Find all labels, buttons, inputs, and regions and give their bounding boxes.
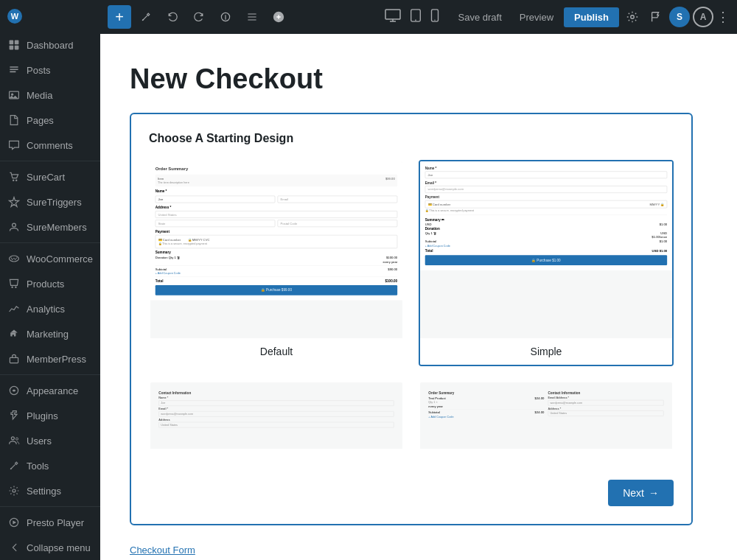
list-view-button[interactable] (240, 5, 264, 29)
design-card-label-default: Default (150, 338, 402, 365)
design-card-preview-four: Order Summary Test Product$24.00 Qty 1 ×… (420, 382, 672, 449)
tools-button[interactable] (134, 5, 158, 29)
svg-point-6 (13, 180, 14, 181)
sidebar-item-marketing[interactable]: Marketing (0, 321, 100, 346)
settings-gear-button[interactable] (622, 7, 643, 27)
topbar: + Save draft Preview Publish S A ⋮ (100, 0, 737, 34)
sidebar-item-settings[interactable]: Settings (0, 478, 100, 503)
next-button[interactable]: Next → (608, 480, 674, 506)
design-selector-panel: Choose A Starting Design Order Summary I… (130, 113, 693, 525)
device-preview-icons (382, 6, 442, 29)
sidebar-item-memberpress[interactable]: MemberPress (0, 346, 100, 371)
sidebar-item-plugins[interactable]: Plugins (0, 403, 100, 428)
sidebar-item-analytics[interactable]: Analytics (0, 296, 100, 321)
svg-rect-0 (10, 41, 14, 45)
sidebar-item-label: SureTriggers (27, 197, 82, 208)
marketing-icon (7, 327, 21, 340)
sidebar-item-presto-player[interactable]: Presto Player (0, 510, 100, 535)
undo-button[interactable] (161, 5, 184, 29)
sidebar-item-label: Analytics (27, 304, 65, 315)
sidebar-item-pages[interactable]: Pages (0, 108, 100, 133)
add-block-button[interactable]: + (108, 5, 131, 29)
sidebar-item-label: Plugins (27, 410, 58, 421)
sidebar-item-suretriggers[interactable]: SureTriggers (0, 189, 100, 214)
sidebar-item-label: Tools (27, 461, 49, 472)
sidebar-item-label: Collapse menu (27, 542, 91, 553)
sidebar-item-label: Users (27, 435, 52, 447)
design-card-label-simple: Simple (420, 338, 672, 365)
svg-point-25 (434, 19, 435, 20)
pages-icon (7, 113, 21, 127)
sidebar-item-surecart[interactable]: SureCart (0, 164, 100, 189)
redo-button[interactable] (187, 5, 211, 29)
mobile-icon[interactable] (427, 6, 442, 29)
svg-point-5 (11, 94, 13, 96)
sidebar-item-tools[interactable]: Tools (0, 453, 100, 478)
svg-point-7 (15, 180, 17, 181)
design-selector-footer: Next → (149, 480, 674, 506)
sidebar-item-label: SureCart (27, 172, 65, 183)
sidebar-item-label: Appearance (27, 385, 78, 396)
design-card-preview-three: Contact Information Name * Joe Email * w… (150, 382, 402, 449)
products-icon (7, 277, 21, 290)
svg-point-10 (11, 287, 13, 288)
sidebar-item-users[interactable]: Users (0, 428, 100, 453)
save-draft-button[interactable]: Save draft (451, 7, 509, 27)
settings-icon (7, 484, 21, 497)
sidebar-item-posts[interactable]: Posts (0, 57, 100, 83)
divider2 (0, 242, 100, 243)
suremembers-icon (7, 220, 21, 234)
users-icon (7, 434, 21, 447)
sidebar-item-label: SureMembers (27, 222, 87, 233)
memberpress-icon (7, 352, 21, 365)
svg-rect-2 (10, 46, 14, 50)
tools-icon (7, 459, 21, 472)
divider3 (0, 374, 100, 375)
svg-point-16 (13, 489, 15, 492)
tablet-icon[interactable] (407, 6, 425, 29)
design-card-three[interactable]: Contact Information Name * Joe Email * w… (149, 381, 404, 465)
desktop-icon[interactable] (382, 6, 404, 29)
suretriggers-icon (7, 195, 21, 209)
sidebar-item-suremembers[interactable]: SureMembers (0, 214, 100, 239)
checkout-form-link[interactable]: Checkout Form (130, 545, 195, 556)
block-inserter-button[interactable] (267, 5, 290, 29)
surecart-icon (7, 170, 21, 183)
plugins-icon (7, 409, 21, 422)
publish-button[interactable]: Publish (564, 7, 619, 27)
preview-button[interactable]: Preview (512, 7, 561, 27)
user-avatar-a[interactable]: A (693, 7, 713, 27)
sidebar-item-label: MemberPress (27, 354, 86, 365)
design-selector-title: Choose A Starting Design (149, 132, 674, 145)
info-button[interactable] (214, 5, 237, 29)
more-options-button[interactable]: ⋮ (716, 9, 730, 25)
svg-point-15 (15, 438, 18, 440)
user-avatar-sc[interactable]: S (669, 7, 690, 27)
sidebar-item-woocommerce[interactable]: WooCommerce (0, 246, 100, 271)
design-card-simple[interactable]: Name * Joe Email * wordpress@example.com… (419, 160, 674, 366)
media-icon (7, 88, 21, 102)
design-grid: Order Summary Item$99.00 The item descri… (149, 160, 674, 465)
sidebar-item-comments[interactable]: Comments (0, 133, 100, 158)
sidebar-item-media[interactable]: Media (0, 83, 100, 108)
sidebar-item-dashboard[interactable]: Dashboard (0, 32, 100, 57)
presto-icon (7, 516, 21, 529)
svg-rect-3 (15, 46, 19, 50)
page-title: New Checkout (130, 63, 708, 95)
design-card-default[interactable]: Order Summary Item$99.00 The item descri… (149, 160, 404, 366)
design-card-four[interactable]: Order Summary Test Product$24.00 Qty 1 ×… (419, 381, 674, 465)
dashboard-icon (7, 38, 21, 52)
sidebar-item-label: Presto Player (27, 517, 84, 528)
sidebar-item-products[interactable]: Products (0, 271, 100, 296)
sidebar-item-collapse[interactable]: Collapse menu (0, 535, 100, 560)
design-card-preview-default: Order Summary Item$99.00 The item descri… (150, 161, 402, 338)
next-arrow-icon: → (649, 487, 659, 499)
divider4 (0, 506, 100, 507)
flag-button[interactable] (646, 7, 666, 27)
comments-icon (7, 139, 21, 152)
sidebar-item-label: Posts (27, 65, 51, 76)
sidebar-item-appearance[interactable]: Appearance (0, 378, 100, 403)
svg-point-23 (415, 19, 416, 21)
sidebar-item-label: Comments (27, 140, 73, 151)
sidebar: W Dashboard Posts Media Pages Comments (0, 0, 100, 560)
